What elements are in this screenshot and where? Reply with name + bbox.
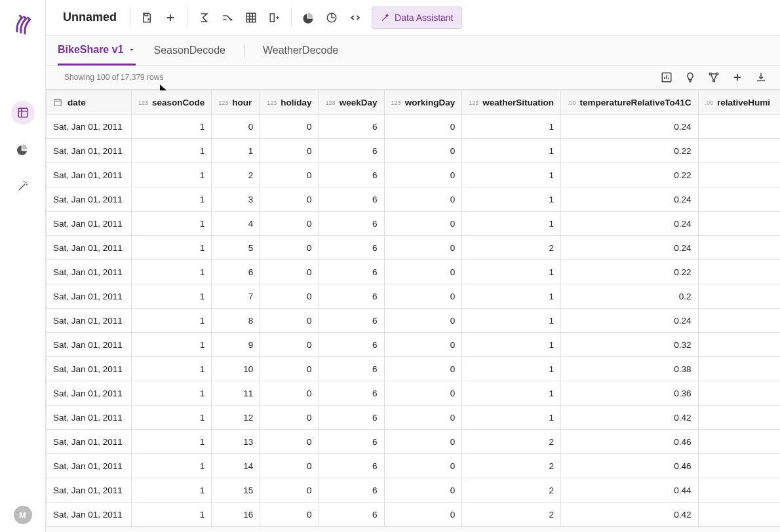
cell-weatherSituation[interactable]: 1 xyxy=(462,309,561,333)
table-row[interactable]: Sat, Jan 01, 201111606020.42 xyxy=(47,503,781,527)
cell-holiday[interactable]: 0 xyxy=(260,260,319,284)
cell-weekDay[interactable]: 6 xyxy=(319,454,384,478)
chart-panel-button[interactable] xyxy=(659,70,674,85)
cell-relativeHumi[interactable] xyxy=(698,454,780,478)
table-row[interactable]: Sat, Jan 01, 20111306010.24 xyxy=(47,187,781,212)
cell-date[interactable]: Sat, Jan 01, 2011 xyxy=(47,503,132,527)
code-button[interactable] xyxy=(344,7,366,29)
sidebar-tables-button[interactable] xyxy=(11,101,35,124)
table-row[interactable]: Sat, Jan 01, 20111206010.22 xyxy=(47,163,781,187)
table-row[interactable]: Sat, Jan 01, 201111406020.46 xyxy=(47,454,781,478)
cell-weekDay[interactable]: 6 xyxy=(319,187,384,212)
cell-relativeHumi[interactable] xyxy=(698,503,780,527)
cell-holiday[interactable]: 0 xyxy=(260,236,319,260)
cell-hour[interactable]: 2 xyxy=(212,163,260,187)
cell-holiday[interactable]: 0 xyxy=(260,115,319,139)
cell-weatherSituation[interactable]: 1 xyxy=(462,333,561,357)
cell-date[interactable]: Sat, Jan 01, 2011 xyxy=(47,212,132,236)
cell-relativeHumi[interactable] xyxy=(698,139,780,163)
cell-workingDay[interactable]: 0 xyxy=(384,236,462,260)
cell-temperatureRelativeTo41C[interactable]: 0.36 xyxy=(560,381,698,406)
cell-relativeHumi[interactable] xyxy=(698,309,780,333)
cell-hour[interactable]: 8 xyxy=(212,309,260,333)
user-avatar[interactable]: M xyxy=(14,506,32,524)
cell-temperatureRelativeTo41C[interactable]: 0.46 xyxy=(560,454,698,478)
cell-relativeHumi[interactable] xyxy=(698,406,780,430)
cell-date[interactable]: Sat, Jan 01, 2011 xyxy=(47,478,132,503)
cell-holiday[interactable]: 0 xyxy=(260,187,319,212)
table-row[interactable]: Sat, Jan 01, 201111006010.38 xyxy=(47,357,781,381)
pie-chart-button[interactable] xyxy=(297,7,319,29)
cell-seasonCode[interactable]: 1 xyxy=(132,357,212,381)
cell-workingDay[interactable]: 0 xyxy=(384,503,462,527)
cell-date[interactable]: Sat, Jan 01, 2011 xyxy=(47,115,132,139)
sidebar-charts-button[interactable] xyxy=(11,138,35,161)
cell-date[interactable]: Sat, Jan 01, 2011 xyxy=(47,187,132,212)
cell-temperatureRelativeTo41C[interactable]: 0.44 xyxy=(560,478,698,503)
cell-weatherSituation[interactable]: 2 xyxy=(462,430,561,454)
col-header-holiday[interactable]: 123holiday xyxy=(260,90,319,115)
hint-button[interactable] xyxy=(683,70,697,85)
cell-seasonCode[interactable]: 1 xyxy=(132,260,212,284)
cell-holiday[interactable]: 0 xyxy=(260,406,319,430)
cell-weekDay[interactable]: 6 xyxy=(319,406,384,430)
cell-temperatureRelativeTo41C[interactable]: 0.22 xyxy=(560,260,698,284)
cell-weatherSituation[interactable]: 1 xyxy=(462,381,561,406)
table-row[interactable]: Sat, Jan 01, 201111106010.36 xyxy=(47,381,781,406)
cell-weekDay[interactable]: 6 xyxy=(319,115,384,139)
cell-date[interactable]: Sat, Jan 01, 2011 xyxy=(47,381,132,406)
cell-seasonCode[interactable]: 1 xyxy=(132,236,212,260)
table-row[interactable]: Sat, Jan 01, 20111006010.24 xyxy=(47,115,781,139)
cell-holiday[interactable]: 0 xyxy=(260,309,319,333)
cell-temperatureRelativeTo41C[interactable]: 0.22 xyxy=(560,139,698,163)
cell-workingDay[interactable]: 0 xyxy=(384,406,462,430)
cell-holiday[interactable]: 0 xyxy=(260,381,319,406)
cell-weatherSituation[interactable]: 1 xyxy=(462,284,561,309)
cell-relativeHumi[interactable] xyxy=(698,284,780,309)
table-row[interactable]: Sat, Jan 01, 20111506020.24 xyxy=(47,236,781,260)
cell-hour[interactable]: 9 xyxy=(212,333,260,357)
cell-seasonCode[interactable]: 1 xyxy=(132,503,212,527)
cell-weatherSituation[interactable]: 2 xyxy=(462,236,561,260)
cell-hour[interactable]: 11 xyxy=(212,381,260,406)
cell-workingDay[interactable]: 0 xyxy=(384,115,462,139)
cell-temperatureRelativeTo41C[interactable]: 0.42 xyxy=(560,503,698,527)
cell-hour[interactable]: 7 xyxy=(212,284,260,309)
cell-weatherSituation[interactable]: 1 xyxy=(462,115,561,139)
tab-bikeshare-v1[interactable]: BikeShare v1 xyxy=(58,36,136,66)
cell-relativeHumi[interactable] xyxy=(698,187,780,212)
cell-hour[interactable]: 10 xyxy=(212,357,260,381)
tab-weatherdecode[interactable]: WeatherDecode xyxy=(263,35,338,65)
cell-holiday[interactable]: 0 xyxy=(260,284,319,309)
cell-temperatureRelativeTo41C[interactable]: 0.32 xyxy=(560,333,698,357)
table-row[interactable]: Sat, Jan 01, 201111506020.44 xyxy=(47,478,781,503)
cell-seasonCode[interactable]: 1 xyxy=(132,333,212,357)
table-row[interactable]: Sat, Jan 01, 20111906010.32 xyxy=(47,333,781,357)
cell-weekDay[interactable]: 6 xyxy=(319,430,384,454)
cell-workingDay[interactable]: 0 xyxy=(384,309,462,333)
cell-workingDay[interactable]: 0 xyxy=(384,478,462,503)
cell-relativeHumi[interactable] xyxy=(698,430,780,454)
cell-holiday[interactable]: 0 xyxy=(260,139,319,163)
cell-temperatureRelativeTo41C[interactable]: 0.24 xyxy=(560,236,698,260)
cell-hour[interactable]: 0 xyxy=(212,115,260,139)
cell-relativeHumi[interactable] xyxy=(698,381,780,406)
cell-temperatureRelativeTo41C[interactable]: 0.24 xyxy=(560,115,698,139)
cell-weatherSituation[interactable]: 1 xyxy=(462,212,561,236)
cell-workingDay[interactable]: 0 xyxy=(384,381,462,406)
cell-date[interactable]: Sat, Jan 01, 2011 xyxy=(47,284,132,309)
cell-relativeHumi[interactable] xyxy=(698,163,780,187)
cell-weatherSituation[interactable]: 1 xyxy=(462,187,561,212)
cell-weekDay[interactable]: 6 xyxy=(319,309,384,333)
cell-workingDay[interactable]: 0 xyxy=(384,187,462,212)
cell-temperatureRelativeTo41C[interactable]: 0.24 xyxy=(560,187,698,212)
cell-weekDay[interactable]: 6 xyxy=(319,284,384,309)
cell-holiday[interactable]: 0 xyxy=(260,333,319,357)
cell-relativeHumi[interactable] xyxy=(698,357,780,381)
cell-weekDay[interactable]: 6 xyxy=(319,236,384,260)
cell-holiday[interactable]: 0 xyxy=(260,454,319,478)
cell-seasonCode[interactable]: 1 xyxy=(132,406,212,430)
cell-weekDay[interactable]: 6 xyxy=(319,212,384,236)
cell-seasonCode[interactable]: 1 xyxy=(132,478,212,503)
join-button[interactable] xyxy=(216,7,239,29)
